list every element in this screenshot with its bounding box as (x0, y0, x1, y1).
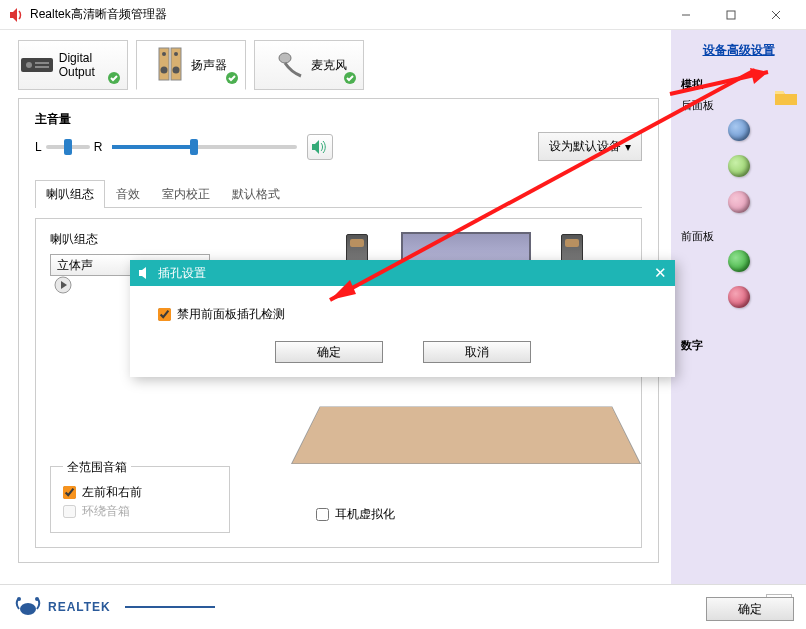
svg-point-5 (26, 62, 32, 68)
device-tabs: Digital Output 扬声器 麦克风 (18, 40, 659, 90)
jack-line-in[interactable] (728, 119, 750, 141)
tab-digital-output[interactable]: Digital Output (18, 40, 128, 90)
jack-front-headphone[interactable] (728, 250, 750, 272)
crab-icon (14, 596, 42, 618)
jack-line-out[interactable] (728, 155, 750, 177)
subtab-sound-effects[interactable]: 音效 (105, 180, 151, 208)
disable-front-detection-checkbox[interactable]: 禁用前面板插孔检测 (158, 306, 647, 323)
check-badge-icon (225, 71, 239, 85)
speaker-mode-value: 立体声 (57, 257, 93, 274)
folder-icon[interactable] (774, 88, 798, 106)
titlebar: Realtek高清晰音频管理器 (0, 0, 806, 30)
subtab-room-correction[interactable]: 室内校正 (151, 180, 221, 208)
svg-rect-4 (21, 58, 53, 72)
speaker-icon (138, 266, 152, 280)
sidebar: 设备高级设置 模拟 后面板 前面板 数字 (671, 30, 806, 584)
set-default-label: 设为默认设备 (549, 138, 621, 155)
subtab-speaker-config[interactable]: 喇叭组态 (35, 180, 105, 208)
svg-point-21 (35, 597, 39, 601)
brand-text: REALTEK (48, 600, 111, 614)
svg-point-19 (20, 603, 36, 615)
sound-icon (311, 139, 329, 155)
svg-rect-1 (727, 11, 735, 19)
dialog-ok-button[interactable]: 确定 (275, 341, 383, 363)
dialog-close-button[interactable]: ✕ (654, 264, 667, 282)
tab-speakers[interactable]: 扬声器 (136, 40, 246, 90)
fullrange-title: 全范围音箱 (63, 459, 131, 476)
microphone-icon (271, 50, 305, 80)
front-lr-checkbox[interactable]: 左前和右前 (63, 484, 217, 501)
jack-front-mic[interactable] (728, 286, 750, 308)
svg-point-16 (279, 53, 291, 63)
tab-microphone[interactable]: 麦克风 (254, 40, 364, 90)
fullrange-group: 全范围音箱 左前和右前 环绕音箱 (50, 466, 230, 533)
window-title: Realtek高清晰音频管理器 (30, 6, 167, 23)
svg-point-12 (174, 52, 178, 56)
front-lr-label: 左前和右前 (82, 484, 142, 501)
svg-rect-6 (35, 62, 49, 64)
headphone-virtualization-checkbox[interactable]: 耳机虚拟化 (316, 506, 395, 523)
svg-point-11 (162, 52, 166, 56)
floor-graphic (291, 406, 641, 464)
balance-right-label: R (94, 140, 103, 154)
disable-front-detection-label: 禁用前面板插孔检测 (177, 306, 285, 323)
tab-label: 麦克风 (311, 57, 347, 74)
speakers-icon (155, 46, 185, 84)
balance-left-label: L (35, 140, 42, 154)
volume-label: 主音量 (35, 111, 642, 128)
receiver-icon (19, 54, 53, 76)
subtab-default-format[interactable]: 默认格式 (221, 180, 291, 208)
surround-label: 环绕音箱 (82, 503, 130, 520)
jack-mic[interactable] (728, 191, 750, 213)
jack-settings-dialog: 插孔设置 ✕ 禁用前面板插孔检测 确定 取消 (130, 260, 675, 377)
realtek-logo: REALTEK (14, 596, 215, 618)
minimize-button[interactable] (663, 1, 708, 29)
surround-checkbox: 环绕音箱 (63, 503, 217, 520)
hp-virtual-label: 耳机虚拟化 (335, 506, 395, 523)
tab-label: 扬声器 (191, 57, 227, 74)
svg-point-14 (173, 67, 180, 74)
chevron-down-icon: ▾ (625, 140, 631, 154)
mute-button[interactable] (307, 134, 333, 160)
set-default-button[interactable]: 设为默认设备 ▾ (538, 132, 642, 161)
advanced-settings-link[interactable]: 设备高级设置 (681, 42, 796, 59)
speaker-app-icon (8, 7, 24, 23)
check-badge-icon (107, 71, 121, 85)
dialog-titlebar[interactable]: 插孔设置 ✕ (130, 260, 675, 286)
check-badge-icon (343, 71, 357, 85)
svg-point-13 (161, 67, 168, 74)
dialog-title: 插孔设置 (158, 265, 206, 282)
maximize-button[interactable] (708, 1, 753, 29)
play-test-button[interactable] (54, 276, 72, 294)
close-button[interactable] (753, 1, 798, 29)
front-panel-label: 前面板 (681, 229, 796, 244)
svg-point-20 (17, 597, 21, 601)
svg-rect-7 (35, 66, 49, 68)
footer: REALTEK i (0, 584, 806, 629)
main-ok-button[interactable]: 确定 (706, 597, 794, 621)
window-buttons (663, 1, 798, 29)
sub-tabs: 喇叭组态 音效 室内校正 默认格式 (35, 179, 642, 208)
balance-control[interactable]: L R (35, 140, 102, 154)
digital-section-label: 数字 (681, 338, 796, 353)
dialog-cancel-button[interactable]: 取消 (423, 341, 531, 363)
volume-slider[interactable] (112, 145, 297, 149)
